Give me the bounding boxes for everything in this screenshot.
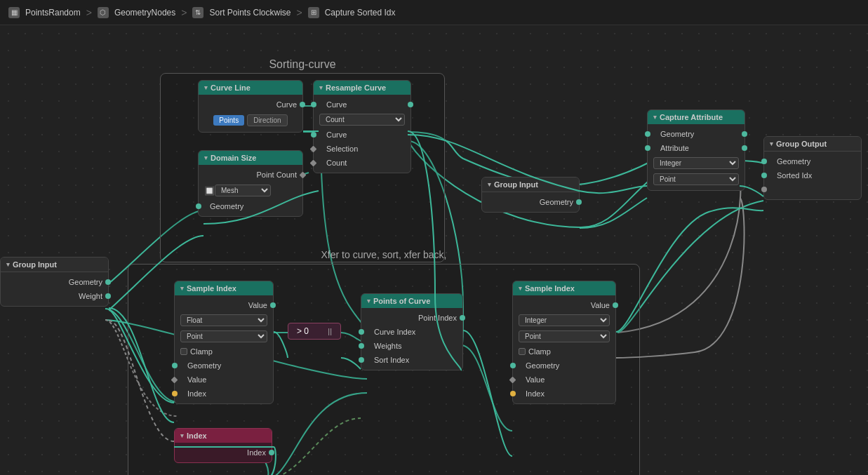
sample-index-left-geo-label: Geometry bbox=[180, 361, 221, 370]
poc-weights-row: Weights bbox=[361, 339, 462, 353]
group-input-left-chevron[interactable]: ▾ bbox=[6, 261, 10, 268]
capture-point-select[interactable]: Point bbox=[653, 173, 739, 185]
domain-size-mesh-row: 🔲 Mesh bbox=[199, 182, 302, 199]
index-output-row: Index bbox=[175, 446, 272, 460]
resample-curve-curve-socket[interactable] bbox=[311, 132, 316, 138]
group-output-geo-socket[interactable] bbox=[761, 159, 767, 164]
sample-index-right-idx-socket[interactable] bbox=[510, 391, 516, 396]
poc-weights-label: Weights bbox=[367, 342, 402, 350]
domain-size-header[interactable]: ▾ Domain Size bbox=[199, 151, 302, 165]
breadcrumb-item-4[interactable]: Capture Sorted Idx bbox=[325, 8, 396, 18]
sample-index-left-clamp-cb[interactable] bbox=[180, 348, 187, 355]
capture-attr-header[interactable]: ▾ Capture Attribute bbox=[648, 110, 745, 124]
sample-index-right-value-socket[interactable] bbox=[613, 302, 618, 308]
curve-line-curve-label: Curve bbox=[276, 100, 297, 109]
poc-sort-socket[interactable] bbox=[359, 357, 364, 363]
resample-curve-out-socket[interactable] bbox=[408, 102, 413, 107]
resample-curve-output: Curve bbox=[314, 98, 410, 112]
breadcrumb-sep-2: > bbox=[181, 7, 187, 18]
resample-count-row: Count bbox=[314, 112, 410, 128]
sample-index-left-val-label: Value bbox=[180, 375, 206, 384]
breadcrumb: ▦ PointsRandom > ⬡ GeometryNodes > ⇅ Sor… bbox=[0, 0, 868, 25]
curve-line-chevron[interactable]: ▾ bbox=[204, 84, 208, 91]
group-input-top-header[interactable]: ▾ Group Input bbox=[482, 178, 579, 192]
group-output-header[interactable]: ▾ Group Output bbox=[764, 137, 861, 152]
group-output-title: Group Output bbox=[776, 140, 827, 148]
sample-index-left-val-row: Value bbox=[175, 373, 273, 387]
domain-size-mesh-select[interactable]: Mesh bbox=[215, 185, 271, 196]
sort-icon: ⇅ bbox=[192, 7, 203, 18]
direction-toggle[interactable]: Direction bbox=[247, 114, 287, 126]
sample-index-right-chevron[interactable]: ▾ bbox=[519, 285, 522, 292]
index-body: Index bbox=[175, 443, 272, 462]
breadcrumb-item-1[interactable]: PointsRandom bbox=[25, 8, 81, 18]
capture-int-select[interactable]: Integer bbox=[653, 157, 739, 169]
domain-size-geometry-row: Geometry bbox=[199, 199, 302, 213]
resample-curve-chevron[interactable]: ▾ bbox=[319, 84, 323, 91]
sample-index-right-int-select[interactable]: Integer bbox=[519, 314, 610, 326]
sample-index-left-idx-socket[interactable] bbox=[172, 391, 178, 396]
sample-index-left-value-socket[interactable] bbox=[270, 302, 276, 308]
group-input-left-geo-label: Geometry bbox=[69, 278, 102, 286]
group-output-chevron[interactable]: ▾ bbox=[770, 140, 773, 147]
points-of-curve-chevron[interactable]: ▾ bbox=[367, 297, 370, 305]
sample-index-right-clamp-cb[interactable] bbox=[519, 348, 526, 355]
group-input-left-body: Geometry Weight bbox=[1, 272, 108, 306]
sample-index-right-geo-socket[interactable] bbox=[510, 363, 516, 368]
curve-line-toggles: Points Direction bbox=[199, 112, 302, 129]
capture-point-row: Point bbox=[648, 171, 745, 187]
sample-index-left-header[interactable]: ▾ Sample Index bbox=[175, 281, 273, 295]
sample-index-left-float-select[interactable]: Float bbox=[180, 314, 267, 326]
index-chevron[interactable]: ▾ bbox=[180, 432, 184, 439]
group-output-sorted-socket[interactable] bbox=[761, 173, 767, 178]
index-header[interactable]: ▾ Index bbox=[175, 429, 272, 443]
capture-geo-in-socket[interactable] bbox=[645, 131, 650, 137]
group-input-left-geo-row: Geometry bbox=[1, 275, 108, 289]
group-output-sorted-row: Sorted Idx bbox=[764, 168, 861, 182]
resample-curve-label: Curve bbox=[319, 131, 347, 139]
breadcrumb-item-2[interactable]: GeometryNodes bbox=[114, 8, 175, 18]
sample-index-left-geo-row: Geometry bbox=[175, 359, 273, 373]
sample-index-left-point-row: Point bbox=[175, 328, 273, 344]
sample-index-right-int-row: Integer bbox=[513, 312, 615, 328]
sample-index-right-point-select[interactable]: Point bbox=[519, 330, 610, 342]
index-output-socket[interactable] bbox=[269, 450, 274, 455]
sample-index-left-float-row: Float bbox=[175, 312, 273, 328]
group-input-left-header[interactable]: ▾ Group Input bbox=[1, 257, 108, 272]
resample-count-select[interactable]: Count bbox=[319, 114, 405, 126]
resample-curve-body: Curve Count Curve Selection bbox=[314, 95, 410, 173]
group-input-top-title: Group Input bbox=[494, 180, 538, 189]
group-input-left-node: ▾ Group Input Geometry Weight bbox=[0, 257, 109, 307]
group-input-left-geo-socket[interactable] bbox=[105, 279, 111, 285]
capture-attr-in-socket[interactable] bbox=[645, 145, 650, 151]
curve-line-curve-socket[interactable] bbox=[300, 102, 305, 107]
points-of-curve-title: Points of Curve bbox=[373, 297, 430, 305]
curve-line-header[interactable]: ▾ Curve Line bbox=[199, 81, 302, 95]
group-input-left-weight-socket[interactable] bbox=[105, 293, 111, 299]
group-output-extra-socket bbox=[761, 187, 767, 192]
sample-index-left-point-select[interactable]: Point bbox=[180, 330, 267, 342]
sample-index-right-clamp-label: Clamp bbox=[526, 347, 551, 356]
capture-attr-chevron[interactable]: ▾ bbox=[653, 114, 657, 121]
sample-index-left-geo-socket[interactable] bbox=[172, 363, 178, 368]
group-input-top-geo-socket[interactable] bbox=[576, 199, 582, 205]
domain-size-chevron[interactable]: ▾ bbox=[204, 154, 208, 161]
capture-attr-out-socket[interactable] bbox=[742, 145, 747, 151]
domain-size-geo-socket[interactable] bbox=[196, 203, 201, 209]
xfer-title: Xfer to curve, sort, xfer back, bbox=[321, 249, 447, 260]
points-toggle[interactable]: Points bbox=[213, 115, 244, 126]
breadcrumb-item-3[interactable]: Sort Points Clockwise bbox=[209, 8, 291, 18]
sample-index-left-chevron[interactable]: ▾ bbox=[180, 285, 184, 292]
group-input-top-chevron[interactable]: ▾ bbox=[488, 181, 491, 188]
index-title: Index bbox=[187, 431, 207, 440]
resample-curve-in-socket[interactable] bbox=[311, 102, 316, 107]
resample-curve-header[interactable]: ▾ Resample Curve bbox=[314, 81, 410, 95]
resample-count-label: Count bbox=[319, 159, 347, 167]
points-of-curve-header[interactable]: ▾ Points of Curve bbox=[361, 294, 462, 308]
group-output-geo-label: Geometry bbox=[770, 157, 810, 166]
poc-curve-idx-socket[interactable] bbox=[359, 329, 364, 335]
poc-point-idx-socket[interactable] bbox=[460, 315, 465, 321]
sample-index-right-header[interactable]: ▾ Sample Index bbox=[513, 281, 615, 295]
poc-weights-socket[interactable] bbox=[359, 343, 364, 349]
capture-geo-out-socket[interactable] bbox=[742, 131, 747, 137]
